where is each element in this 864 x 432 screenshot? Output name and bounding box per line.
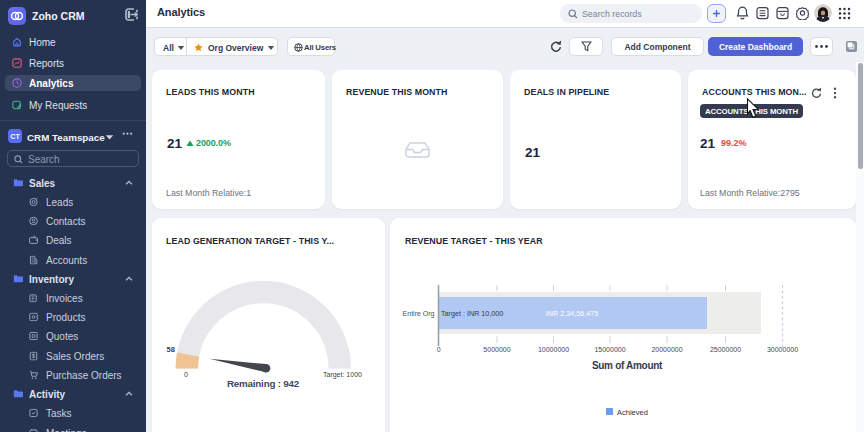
- svg-text:0: 0: [184, 371, 188, 378]
- svg-text:Target : INR 10,000: Target : INR 10,000: [441, 309, 503, 318]
- svg-text:Sum of Amount: Sum of Amount: [592, 360, 663, 371]
- svg-text:Remaining : 942: Remaining : 942: [227, 378, 300, 389]
- svg-text:INR 2,34,56,475: INR 2,34,56,475: [546, 309, 598, 318]
- svg-text:Target: 1000: Target: 1000: [323, 371, 362, 379]
- svg-text:5000000: 5000000: [483, 346, 510, 353]
- svg-text:Achieved: Achieved: [617, 408, 648, 417]
- svg-text:15000000: 15000000: [594, 346, 625, 353]
- svg-text:Entire Org: Entire Org: [403, 310, 435, 318]
- svg-text:10000000: 10000000: [538, 346, 569, 353]
- svg-text:30000000: 30000000: [767, 346, 798, 353]
- svg-text:0: 0: [437, 346, 441, 353]
- svg-text:58: 58: [167, 345, 175, 354]
- svg-text:25000000: 25000000: [710, 346, 741, 353]
- svg-text:20000000: 20000000: [651, 346, 682, 353]
